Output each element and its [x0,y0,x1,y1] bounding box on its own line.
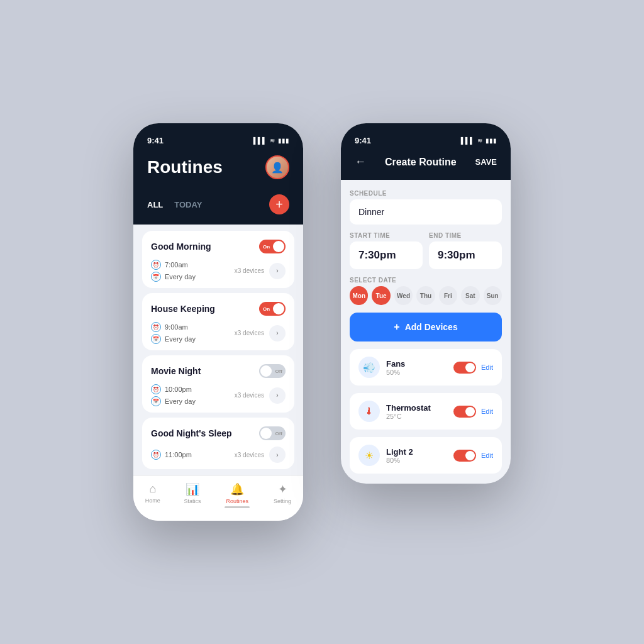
add-routine-button[interactable]: + [269,194,289,214]
schedule-input[interactable]: Dinner [350,199,502,225]
device-info-thermostat: Thermostat 25°C [386,403,447,420]
calendar-icon: 📅 [151,272,161,282]
day-mon[interactable]: Mon [350,286,368,305]
save-button[interactable]: SAVE [475,157,497,167]
devices-count: x3 devices [235,452,264,458]
routine-details: ⏰ 7:00am 📅 Every day [151,260,196,282]
device-card-thermostat: 🌡 Thermostat 25°C Edit [350,393,502,430]
status-icons: ▌▌▌ ≋ ▮▮▮ [461,137,497,144]
start-time-label: START TIME [350,232,423,239]
routine-details: ⏰ 10:00pm 📅 Every day [151,384,196,406]
back-button[interactable]: ← [355,155,366,169]
time-row: ⏰ 10:00pm [151,384,196,394]
day-thu[interactable]: Thu [416,286,435,305]
day-wed[interactable]: Wed [394,286,413,305]
device-info-light2: Light 2 80% [386,447,447,464]
clock-icon: ⏰ [151,322,161,332]
end-time-block: END TIME 9:30pm [429,232,502,269]
nav-routines[interactable]: 🔔 Routines [225,482,250,511]
routine-info: ⏰ 7:00am 📅 Every day x3 devices › [151,260,286,282]
status-time: 9:41 [355,136,371,145]
edit-light2[interactable]: Edit [481,452,493,459]
routine-time: 7:00am [165,261,188,269]
clock-icon: ⏰ [151,260,161,270]
routine-card-header: House Keeping On [151,302,286,316]
end-time-label: END TIME [429,232,502,239]
toggle-house-keeping[interactable]: On [259,302,286,316]
stats-icon: 📊 [186,482,199,496]
routines-icon: 🔔 [230,482,244,496]
start-time-value[interactable]: 7:30pm [350,242,423,269]
nav-statics-label: Statics [184,498,201,504]
repeat-row: 📅 Every day [151,396,196,406]
tab-today[interactable]: TODAY [174,200,202,209]
wifi-icon: ≋ [270,137,275,144]
tabs-row: ALL TODAY + [133,194,303,225]
device-actions-light2: Edit [453,450,493,462]
routine-chevron[interactable]: › [269,263,286,279]
time-row: ⏰ 7:00am [151,260,196,270]
time-row: ⏰ 11:00pm [151,450,192,460]
day-sat[interactable]: Sat [461,286,479,305]
home-icon: ⌂ [149,482,156,496]
date-days: Mon Tue Wed Thu Fri Sat Sun [350,286,502,305]
routine-details: ⏰ 9:00am 📅 Every day [151,322,196,344]
devices-count: x3 devices [235,267,264,274]
routines-list: Good Morning On ⏰ 7:00am 📅 E [133,225,303,475]
toggle-light2[interactable] [453,450,476,462]
routine-card-good-morning: Good Morning On ⏰ 7:00am 📅 E [142,231,294,288]
toggle-knob [465,363,475,372]
bottom-nav: ⌂ Home 📊 Statics 🔔 Routines ✦ Setting [133,475,303,521]
header-row: Routines 👤 [147,155,289,179]
day-tue[interactable]: Tue [372,286,390,305]
routine-card-header: Good Morning On [151,240,286,253]
thermostat-icon: 🌡 [358,401,380,422]
device-name-thermostat: Thermostat [386,403,447,413]
tab-all[interactable]: ALL [147,200,163,209]
device-actions-fans: Edit [453,362,493,374]
phone1-header: 9:41 ▌▌▌ ≋ ▮▮▮ Routines 👤 [133,123,303,194]
edit-thermostat[interactable]: Edit [481,408,493,415]
toggle-good-morning[interactable]: On [259,240,286,253]
phone-routines: 9:41 ▌▌▌ ≋ ▮▮▮ Routines 👤 ALL TODAY + [133,123,303,521]
toggle-knob [260,365,272,377]
routine-chevron[interactable]: › [269,447,286,463]
signal-icon: ▌▌▌ [461,137,474,144]
status-icons: ▌▌▌ ≋ ▮▮▮ [253,137,289,144]
routine-time: 11:00pm [165,451,192,458]
device-name-fans: Fans [386,359,447,369]
add-devices-button[interactable]: + Add Devices [350,313,502,341]
nav-setting[interactable]: ✦ Setting [274,482,291,511]
toggle-fans[interactable] [453,362,476,374]
phone-create-routine: 9:41 ▌▌▌ ≋ ▮▮▮ ← Create Routine SAVE SCH… [341,123,511,484]
toggle-knob [273,241,284,252]
routine-card-header: Good Night's Sleep Off [151,426,286,440]
day-fri[interactable]: Fri [439,286,457,305]
routine-chevron[interactable]: › [269,387,286,404]
toggle-good-night[interactable]: Off [259,426,286,440]
routine-time: 10:00pm [165,386,192,393]
routine-details: ⏰ 11:00pm [151,450,192,460]
day-sun[interactable]: Sun [484,286,502,305]
nav-home[interactable]: ⌂ Home [145,482,160,511]
toggle-knob [465,407,475,416]
active-indicator [225,506,250,508]
nav-statics[interactable]: 📊 Statics [184,482,201,511]
routine-repeat: Every day [165,335,196,343]
toggle-movie-night[interactable]: Off [259,364,286,378]
scene: 9:41 ▌▌▌ ≋ ▮▮▮ Routines 👤 ALL TODAY + [108,86,536,558]
routine-info: ⏰ 10:00pm 📅 Every day x3 devices › [151,384,286,406]
edit-fans[interactable]: Edit [481,364,493,371]
toggle-thermostat[interactable] [453,406,476,418]
routine-chevron[interactable]: › [269,325,286,341]
device-card-light2: ☀ Light 2 80% Edit [350,437,502,474]
status-time: 9:41 [147,136,164,145]
device-sub-thermostat: 25°C [386,413,447,420]
end-time-value[interactable]: 9:30pm [429,242,502,269]
routine-name: Good Morning [151,242,211,252]
toggle-knob [273,303,284,314]
toggle-knob [465,451,475,460]
date-section: SELECT DATE Mon Tue Wed Thu Fri Sat Sun [350,277,502,305]
battery-icon: ▮▮▮ [278,137,289,144]
avatar: 👤 [265,155,289,179]
